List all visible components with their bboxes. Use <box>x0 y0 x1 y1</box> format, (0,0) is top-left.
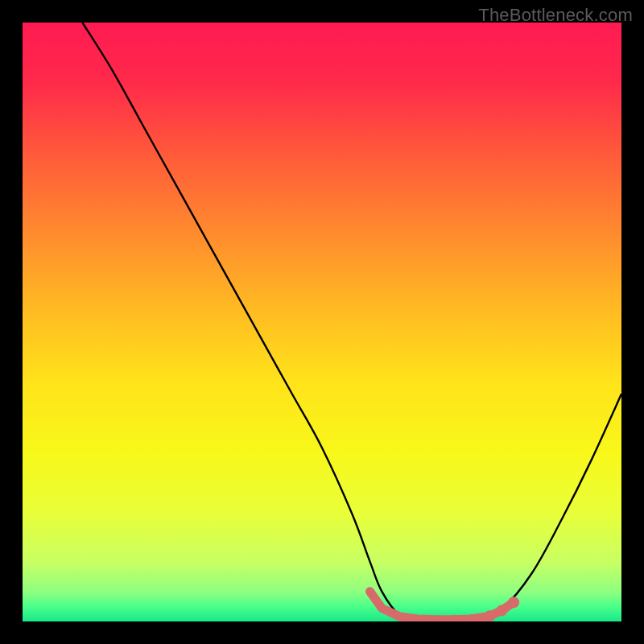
chart-container: TheBottleneck.com <box>0 0 644 644</box>
highlight-dot <box>508 597 519 608</box>
highlight-dot <box>396 613 404 621</box>
watermark-text: TheBottleneck.com <box>478 5 633 26</box>
highlight-dot <box>367 588 374 595</box>
highlight-dot <box>496 605 507 617</box>
highlight-dot <box>484 610 495 621</box>
chart-svg <box>23 23 621 621</box>
plot-area <box>23 23 621 621</box>
gradient-background <box>23 23 621 621</box>
highlight-dot <box>378 605 385 612</box>
